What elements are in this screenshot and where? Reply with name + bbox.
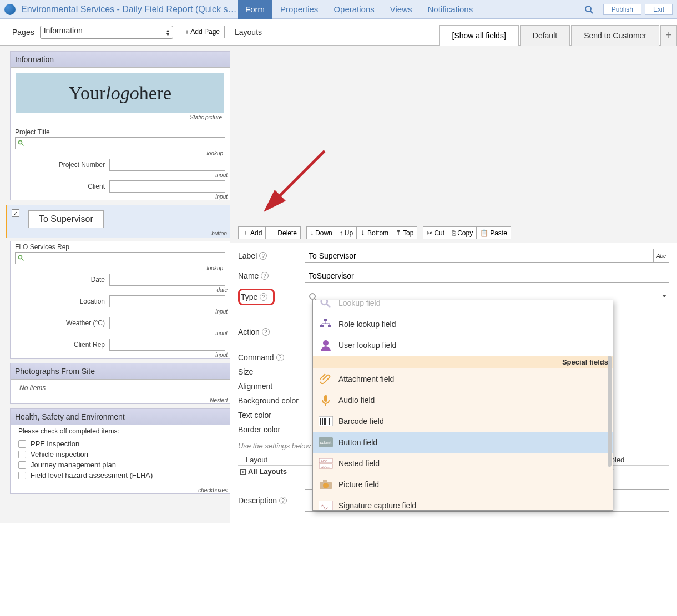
- paste-button[interactable]: 📋Paste: [477, 226, 511, 239]
- name-input[interactable]: [305, 269, 669, 283]
- help-icon[interactable]: ?: [279, 497, 287, 504]
- tab-form[interactable]: Form: [238, 0, 272, 19]
- tab-operations[interactable]: Operations: [326, 0, 382, 19]
- dd-item-role-lookup[interactable]: Role lookup field: [313, 314, 613, 335]
- dd-item-barcode[interactable]: Barcode field: [313, 411, 613, 432]
- help-icon[interactable]: ?: [259, 252, 267, 260]
- abc-button[interactable]: Abc: [654, 249, 669, 263]
- expand-icon[interactable]: +: [240, 469, 246, 475]
- panel-information: Information Your logo here Static pictur…: [10, 51, 230, 200]
- plus-icon: ＋: [184, 28, 190, 36]
- dd-item-nested[interactable]: ABC..CDE.. Nested field: [313, 453, 613, 474]
- field-date[interactable]: [109, 274, 225, 286]
- exit-button[interactable]: Exit: [645, 4, 673, 15]
- field-project-number[interactable]: [109, 159, 225, 171]
- dd-item-audio[interactable]: Audio field: [313, 390, 613, 411]
- field-location[interactable]: [109, 295, 225, 307]
- btn-label: Cut: [434, 229, 444, 237]
- field-flo-rep[interactable]: [15, 252, 225, 264]
- tab-properties[interactable]: Properties: [272, 0, 326, 19]
- type-tag-input5: input: [11, 351, 230, 358]
- svg-rect-13: [320, 325, 324, 327]
- svg-rect-33: [319, 501, 333, 511]
- prop-name-label: Name: [238, 271, 259, 280]
- dd-item-attachment[interactable]: Attachment field: [313, 368, 613, 390]
- svg-point-2: [19, 141, 22, 144]
- pages-select[interactable]: Information ▴▾: [40, 26, 174, 39]
- layout-add-button[interactable]: +: [660, 25, 677, 46]
- delete-button[interactable]: －Delete: [266, 226, 301, 239]
- btn-label: Copy: [457, 229, 473, 237]
- hse-item-ppe[interactable]: PPE inspection: [18, 440, 224, 448]
- top-button[interactable]: ⤒Top: [392, 226, 417, 239]
- prop-label-label: Label: [238, 251, 257, 260]
- microphone-icon: [319, 393, 333, 407]
- hse-item-label: Journey management plan: [31, 461, 116, 469]
- annotation-arrow-icon: [258, 145, 330, 218]
- help-icon[interactable]: ?: [261, 272, 269, 280]
- minus-icon: －: [269, 228, 276, 238]
- dd-label: Button field: [338, 438, 377, 447]
- dropdown-arrow-icon: [662, 295, 666, 297]
- svg-point-15: [323, 340, 329, 346]
- dd-item-picture[interactable]: Picture field: [313, 474, 613, 495]
- checkbox-icon: [18, 472, 26, 479]
- to-supervisor-button-preview: To Supervisor: [28, 210, 104, 228]
- cut-button[interactable]: ✂Cut: [423, 226, 448, 239]
- layout-tab-send[interactable]: Send to Customer: [571, 25, 659, 46]
- bottom-button[interactable]: ⤓Bottom: [357, 226, 392, 239]
- add-page-button[interactable]: ＋Add Page: [179, 26, 225, 38]
- selected-field-block[interactable]: ✓ To Supervisor button: [6, 205, 230, 238]
- dd-item-lookup-partial[interactable]: Lookup field: [313, 300, 613, 314]
- help-icon[interactable]: ?: [260, 293, 267, 301]
- field-weather[interactable]: [109, 317, 225, 329]
- dd-item-button[interactable]: submit Button field: [313, 432, 613, 453]
- field-label-project-number: Project Number: [15, 161, 109, 169]
- pages-select-value: Information: [44, 26, 83, 35]
- svg-text:CDE..: CDE..: [321, 465, 330, 468]
- hse-item-journey[interactable]: Journey management plan: [18, 461, 224, 469]
- paste-icon: 📋: [480, 229, 488, 237]
- field-client-rep[interactable]: [109, 339, 225, 351]
- field-client[interactable]: [109, 180, 225, 193]
- hse-item-vehicle[interactable]: Vehicle inspection: [18, 450, 224, 458]
- copy-icon: ⎘: [452, 229, 456, 237]
- tab-notifications[interactable]: Notifications: [420, 0, 481, 19]
- type-tag-input: input: [11, 171, 230, 178]
- label-input[interactable]: [305, 249, 654, 263]
- svg-rect-18: [320, 418, 321, 425]
- help-icon[interactable]: ?: [262, 328, 270, 336]
- dd-label: Role lookup field: [338, 320, 396, 329]
- arrow-down-icon: ↓: [310, 229, 314, 237]
- prop-size-label: Size: [238, 367, 305, 376]
- btn-label: Delete: [277, 229, 297, 237]
- hse-item-flha[interactable]: Field level hazard assessment (FLHA): [18, 471, 224, 479]
- lookup-icon: [319, 300, 333, 310]
- barcode-icon: [319, 414, 333, 428]
- add-button[interactable]: ＋Add: [238, 226, 266, 239]
- search-icon[interactable]: [584, 5, 593, 14]
- dd-item-user-lookup[interactable]: User lookup field: [313, 335, 613, 356]
- layout-tab-all[interactable]: [Show all fields]: [439, 25, 519, 46]
- checkbox-icon: [18, 451, 26, 458]
- copy-button[interactable]: ⎘Copy: [448, 226, 477, 239]
- layout-tab-default[interactable]: Default: [520, 25, 570, 46]
- field-project-title[interactable]: [15, 137, 225, 149]
- hse-item-label: Vehicle inspection: [31, 450, 88, 458]
- publish-button[interactable]: Publish: [603, 4, 641, 15]
- up-button[interactable]: ↑Up: [336, 226, 357, 239]
- help-icon[interactable]: ?: [276, 354, 284, 361]
- hse-item-label: Field level hazard assessment (FLHA): [31, 471, 153, 479]
- dd-label: Attachment field: [338, 375, 394, 383]
- down-button[interactable]: ↓Down: [306, 226, 336, 239]
- svg-rect-21: [327, 418, 327, 425]
- svg-line-3: [22, 144, 24, 146]
- checkbox-icon: [18, 440, 26, 448]
- dd-label: Audio field: [338, 396, 375, 405]
- selection-checkbox[interactable]: ✓: [12, 209, 19, 217]
- dd-item-signature[interactable]: Signature capture field: [313, 495, 613, 511]
- role-lookup-icon: [319, 317, 333, 331]
- tab-views[interactable]: Views: [382, 0, 420, 19]
- dropdown-scrollbar[interactable]: [608, 356, 612, 467]
- type-tag-input3: input: [11, 307, 230, 315]
